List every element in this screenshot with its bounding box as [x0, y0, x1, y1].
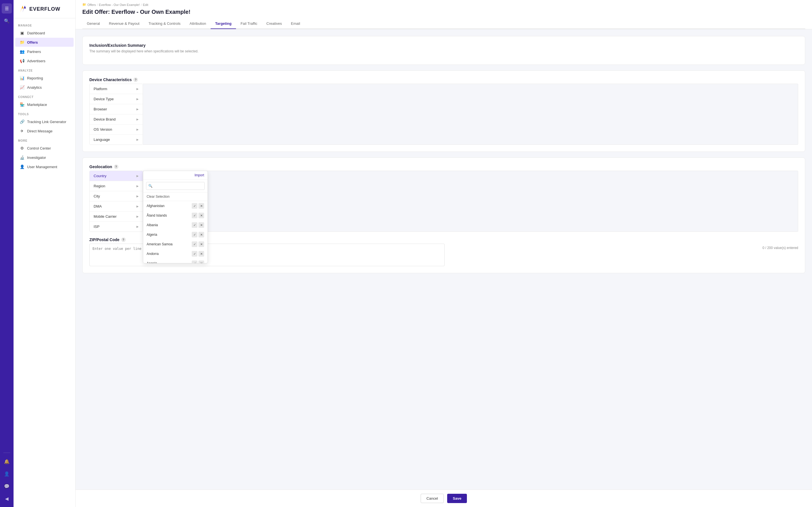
- top-nav: 📁 Offers / Everflow - Our Own Example! /…: [75, 0, 812, 29]
- svg-marker-1: [22, 6, 26, 12]
- breadcrumb-offers[interactable]: Offers: [87, 3, 96, 6]
- sidebar-icon: 📢: [20, 59, 24, 63]
- tab-attribution[interactable]: Attribution: [185, 18, 211, 29]
- include-btn[interactable]: ✓: [192, 241, 197, 247]
- sidebar-item-advertisers[interactable]: 📢Advertisers: [15, 56, 73, 65]
- include-btn[interactable]: ✓: [192, 232, 197, 237]
- sidebar-item-tracking[interactable]: 🔗Tracking Link Generator: [15, 117, 73, 126]
- sidebar-label: Partners: [27, 50, 41, 54]
- geo-help-icon[interactable]: ?: [114, 165, 118, 169]
- sidebar-item-offers[interactable]: 📁Offers: [15, 38, 73, 47]
- geo-menu-item-region[interactable]: Region▶: [90, 181, 143, 191]
- sidebar-label: Control Center: [27, 146, 51, 151]
- breadcrumb: 📁 Offers / Everflow - Our Own Example! /…: [82, 0, 805, 8]
- left-rail: ☰ 🔍 🔔 👤 💬 ◀: [0, 0, 13, 507]
- device-menu-item-platform[interactable]: Platform▶: [90, 84, 143, 94]
- breadcrumb-icon: 📁: [82, 3, 86, 6]
- exclude-btn[interactable]: ✕: [199, 232, 204, 237]
- tab-targeting[interactable]: Targeting: [211, 18, 236, 29]
- country-name: Albania: [147, 223, 192, 227]
- sidebar-icon: 👤: [20, 165, 24, 169]
- exclude-btn[interactable]: ✕: [199, 213, 204, 218]
- tab-revenue---payout[interactable]: Revenue & Payout: [104, 18, 144, 29]
- tab-tracking---controls[interactable]: Tracking & Controls: [144, 18, 185, 29]
- include-btn[interactable]: ✓: [192, 203, 197, 209]
- save-button[interactable]: Save: [447, 494, 467, 503]
- sidebar-item-reporting[interactable]: 📊Reporting: [15, 73, 73, 82]
- svg-marker-0: [20, 6, 24, 12]
- dropdown-search-icon: 🔍: [148, 184, 153, 188]
- include-btn[interactable]: ✓: [192, 251, 197, 257]
- sidebar-item-analytics[interactable]: 📈Analytics: [15, 83, 73, 92]
- user-icon[interactable]: 👤: [2, 469, 12, 479]
- geo-menu-item-country[interactable]: Country▶: [90, 171, 143, 181]
- menu-icon[interactable]: ☰: [2, 3, 12, 13]
- exclude-btn[interactable]: ✕: [199, 251, 204, 257]
- menu-item-label: Country: [94, 174, 107, 178]
- exclude-btn[interactable]: ✕: [199, 261, 204, 263]
- bell-icon[interactable]: 🔔: [2, 456, 12, 466]
- sidebar-label: Tracking Link Generator: [27, 120, 66, 124]
- dropdown-clear-btn[interactable]: Clear Selection: [143, 192, 207, 201]
- sidebar-item-marketplace[interactable]: 🏪Marketplace: [15, 100, 73, 109]
- sidebar-item-dm[interactable]: ✈Direct Message: [15, 126, 73, 135]
- exclude-btn[interactable]: ✕: [199, 241, 204, 247]
- sidebar-item-partners[interactable]: 👥Partners: [15, 47, 73, 56]
- menu-arrow-icon: ▶: [137, 108, 139, 111]
- device-help-icon[interactable]: ?: [133, 77, 138, 82]
- include-btn[interactable]: ✓: [192, 213, 197, 218]
- exclude-btn[interactable]: ✕: [199, 222, 204, 228]
- sidebar-label: Investigator: [27, 156, 46, 160]
- device-menu-item-device-type[interactable]: Device Type▶: [90, 94, 143, 104]
- menu-item-label: Region: [94, 184, 105, 188]
- collapse-icon[interactable]: ◀: [2, 494, 12, 504]
- cancel-button[interactable]: Cancel: [421, 494, 444, 503]
- geo-menu-item-dma[interactable]: DMA▶: [90, 202, 143, 212]
- sidebar-item-dashboard[interactable]: ▣Dashboard: [15, 29, 73, 38]
- include-btn[interactable]: ✓: [192, 261, 197, 263]
- breadcrumb-edit: Edit: [143, 3, 148, 6]
- sidebar-item-investigator[interactable]: 🔬Investigator: [15, 153, 73, 162]
- country-name: Åland Islands: [147, 214, 192, 217]
- menu-arrow-icon: ▶: [137, 174, 139, 177]
- search-icon[interactable]: 🔍: [2, 16, 12, 26]
- device-menu-item-os-version[interactable]: OS Version▶: [90, 124, 143, 135]
- dropdown-search-input[interactable]: [146, 182, 205, 190]
- inclusion-card: Inclusion/Exclusion Summary The summary …: [82, 36, 805, 65]
- tabs: GeneralRevenue & PayoutTracking & Contro…: [82, 18, 805, 29]
- chat-icon[interactable]: 💬: [2, 481, 12, 491]
- device-menu-item-language[interactable]: Language▶: [90, 135, 143, 145]
- geo-menu-item-mobile-carrier[interactable]: Mobile Carrier▶: [90, 212, 143, 222]
- menu-arrow-icon: ▶: [137, 194, 139, 198]
- inclusion-title: Inclusion/Exclusion Summary: [89, 43, 798, 48]
- sidebar-item-control[interactable]: ⚙Control Center: [15, 144, 73, 153]
- geo-menu-item-isp[interactable]: ISP▶: [90, 222, 143, 231]
- menu-arrow-icon: ▶: [137, 184, 139, 187]
- exclude-btn[interactable]: ✕: [199, 203, 204, 209]
- tab-email[interactable]: Email: [287, 18, 305, 29]
- import-button[interactable]: Import: [195, 173, 204, 177]
- zip-help-icon[interactable]: ?: [121, 237, 126, 242]
- sidebar-label: Reporting: [27, 76, 43, 80]
- device-menu-list: Platform▶Device Type▶Browser▶Device Bran…: [89, 83, 143, 145]
- dropdown-header: Import: [143, 171, 207, 180]
- sidebar-section-label: MORE: [13, 136, 75, 144]
- tab-creatives[interactable]: Creatives: [262, 18, 287, 29]
- menu-item-label: OS Version: [94, 127, 112, 131]
- sidebar-label: Dashboard: [27, 31, 45, 35]
- include-btn[interactable]: ✓: [192, 222, 197, 228]
- geo-menu-item-city[interactable]: City▶: [90, 191, 143, 202]
- sidebar-item-usermgmt[interactable]: 👤User Management: [15, 162, 73, 171]
- tab-general[interactable]: General: [82, 18, 104, 29]
- device-menu-item-device-brand[interactable]: Device Brand▶: [90, 114, 143, 124]
- breadcrumb-example[interactable]: Everflow - Our Own Example!: [99, 3, 140, 6]
- zip-textarea[interactable]: [89, 244, 445, 266]
- menu-item-label: Device Brand: [94, 117, 116, 121]
- menu-arrow-icon: ▶: [137, 138, 139, 141]
- sidebar-icon: ⚙: [20, 146, 24, 151]
- device-menu-item-browser[interactable]: Browser▶: [90, 104, 143, 114]
- country-name: Afghanistan: [147, 204, 192, 208]
- tab-fail-traffic[interactable]: Fail Traffic: [236, 18, 262, 29]
- device-menu-content: [143, 83, 798, 145]
- menu-arrow-icon: ▶: [137, 87, 139, 91]
